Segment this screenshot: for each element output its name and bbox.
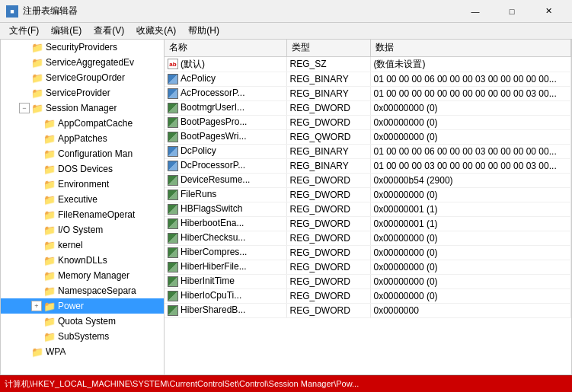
maximize-button[interactable]: □ [494, 0, 529, 23]
title-bar: ■ 注册表编辑器 — □ ✕ [0, 0, 572, 23]
cell-data: 0x00000000 (0) [370, 245, 571, 260]
no-expand [31, 331, 42, 342]
no-expand [31, 194, 42, 205]
table-row[interactable]: AcProcessorP... REG_BINARY 01 00 00 00 0… [165, 86, 571, 100]
menu-edit[interactable]: 编辑(E) [45, 23, 88, 39]
tree-item-wpa[interactable]: 📁WPA [1, 344, 164, 359]
tree-item-namespace-separ[interactable]: 📁NamespaceSepara [1, 283, 164, 298]
cell-data: 0x00000000 (0) [370, 260, 571, 274]
cell-name: ab(默认) [165, 56, 286, 72]
table-row[interactable]: DcPolicy REG_BINARY 01 00 00 00 06 00 00… [165, 144, 571, 158]
folder-icon: 📁 [43, 194, 56, 206]
table-row[interactable]: BootmgrUserI... REG_DWORD 0x00000000 (0) [165, 100, 571, 115]
cell-name: BootPagesPro... [165, 115, 286, 129]
cell-type: REG_DWORD [286, 202, 370, 216]
folder-icon: 📁 [43, 255, 56, 266]
close-button[interactable]: ✕ [531, 0, 566, 23]
tree-item-service-group-order[interactable]: 📁ServiceGroupOrder [1, 70, 164, 85]
table-row[interactable]: HiberInitTime REG_DWORD 0x00000000 (0) [165, 274, 571, 288]
table-row[interactable]: AcPolicy REG_BINARY 01 00 00 00 06 00 00… [165, 72, 571, 86]
tree-item-label: Executive [58, 194, 97, 205]
no-expand [19, 346, 30, 357]
tree-item-security-providers[interactable]: 📁SecurityProviders [1, 40, 164, 55]
tree-item-file-rename-operat[interactable]: 📁FileRenameOperat [1, 207, 164, 222]
table-row[interactable]: HiberIoCpuTi... REG_DWORD 0x00000000 (0) [165, 288, 571, 303]
folder-icon: 📁 [31, 42, 43, 53]
cell-data: 0x00000000 (0) [370, 288, 571, 303]
folder-icon: 📁 [43, 270, 56, 282]
tree-item-service-provider[interactable]: 📁ServiceProvider [1, 85, 164, 100]
no-expand [31, 285, 42, 296]
value-icon-dword [168, 175, 178, 186]
table-row[interactable]: ab(默认) REG_SZ (数值未设置) [165, 56, 571, 72]
no-expand [31, 133, 42, 144]
expand-icon[interactable]: + [31, 301, 42, 311]
table-row[interactable]: FileRuns REG_DWORD 0x00000000 (0) [165, 187, 571, 202]
tree-item-label: WPA [46, 346, 66, 357]
table-row[interactable]: BootPagesPro... REG_DWORD 0x00000000 (0) [165, 115, 571, 129]
tree-item-label: AppCompatCache [58, 118, 133, 129]
tree-item-known-dlls[interactable]: 📁KnownDLLs [1, 253, 164, 268]
tree-item-app-compat-cache[interactable]: 📁AppCompatCache [1, 116, 164, 131]
tree-item-kernel[interactable]: 📁kernel [1, 237, 164, 253]
main-content: 📁SecurityProviders📁ServiceAggregatedEv📁S… [0, 40, 572, 375]
tree-item-subsystems[interactable]: 📁SubSystems [1, 329, 164, 344]
tree-item-label: SubSystems [58, 331, 109, 342]
folder-icon: 📁 [31, 103, 43, 114]
status-bar: 计算机\HKEY_LOCAL_MACHINE\SYSTEM\CurrentCon… [0, 375, 572, 392]
value-icon-binary [168, 88, 178, 99]
expand-icon[interactable]: − [19, 103, 30, 113]
registry-table-wrapper[interactable]: 名称 类型 数据 ab(默认) REG_SZ (数值未设置) AcPolicy … [165, 40, 571, 374]
menu-file[interactable]: 文件(F) [3, 23, 45, 39]
table-row[interactable]: DcProcessorP... REG_BINARY 01 00 00 00 0… [165, 158, 571, 173]
cell-name: HiberbootEna... [165, 216, 286, 231]
tree-item-app-patches[interactable]: 📁AppPatches [1, 131, 164, 146]
cell-name: BootPagesWri... [165, 129, 286, 144]
tree-item-io-system[interactable]: 📁I/O System [1, 222, 164, 237]
tree-item-dos-devices[interactable]: 📁DOS Devices [1, 161, 164, 177]
cell-data: 0x00000000 (0) [370, 274, 571, 288]
cell-type: REG_DWORD [286, 288, 370, 303]
table-row[interactable]: HiberHiberFile... REG_DWORD 0x00000000 (… [165, 260, 571, 274]
cell-name: DeviceResume... [165, 173, 286, 187]
cell-name: HiberCompres... [165, 245, 286, 260]
menu-favorites[interactable]: 收藏夹(A) [130, 23, 182, 39]
cell-data: 0x00000000 (0) [370, 115, 571, 129]
cell-name: DcProcessorP... [165, 158, 286, 173]
folder-icon: 📁 [31, 88, 43, 99]
table-row[interactable]: BootPagesWri... REG_QWORD 0x00000000 (0) [165, 129, 571, 144]
cell-type: REG_BINARY [286, 72, 370, 86]
tree-item-memory-manager[interactable]: 📁Memory Manager [1, 268, 164, 283]
tree-item-service-aggregated[interactable]: 📁ServiceAggregatedEv [1, 55, 164, 70]
tree-item-quota-system[interactable]: 📁Quota System [1, 314, 164, 329]
tree-item-session-manager[interactable]: −📁Session Manager [1, 100, 164, 116]
tree-item-environment[interactable]: 📁Environment [1, 177, 164, 192]
tree-item-label: SecurityProviders [46, 42, 117, 53]
tree-item-power[interactable]: +📁Power [1, 298, 164, 314]
cell-data: 0x0000000 [370, 303, 571, 317]
cell-name: DcPolicy [165, 144, 286, 158]
no-expand [19, 88, 30, 98]
value-icon-dword [168, 190, 178, 200]
table-row[interactable]: HiberChecksu... REG_DWORD 0x00000000 (0) [165, 231, 571, 245]
menu-view[interactable]: 查看(V) [88, 23, 130, 39]
cell-type: REG_QWORD [286, 129, 370, 144]
tree-item-label: Configuration Man [58, 148, 133, 159]
tree-item-executive[interactable]: 📁Executive [1, 192, 164, 207]
cell-type: REG_DWORD [286, 303, 370, 317]
table-row[interactable]: DeviceResume... REG_DWORD 0x00000b54 (29… [165, 173, 571, 187]
tree-item-label: NamespaceSepara [58, 285, 136, 296]
table-row[interactable]: HiberCompres... REG_DWORD 0x00000000 (0) [165, 245, 571, 260]
registry-values-panel: 名称 类型 数据 ab(默认) REG_SZ (数值未设置) AcPolicy … [165, 40, 571, 374]
cell-name: HiberInitTime [165, 274, 286, 288]
registry-tree[interactable]: 📁SecurityProviders📁ServiceAggregatedEv📁S… [1, 40, 165, 374]
registry-table: 名称 类型 数据 ab(默认) REG_SZ (数值未设置) AcPolicy … [165, 40, 571, 318]
table-row[interactable]: HiberSharedB... REG_DWORD 0x0000000 [165, 303, 571, 317]
minimize-button[interactable]: — [458, 0, 493, 23]
cell-data: 0x00000000 (0) [370, 231, 571, 245]
table-row[interactable]: HBFlagsSwitch REG_DWORD 0x00000001 (1) [165, 202, 571, 216]
tree-item-configuration-man[interactable]: 📁Configuration Man [1, 146, 164, 161]
cell-type: REG_DWORD [286, 231, 370, 245]
menu-help[interactable]: 帮助(H) [182, 23, 225, 39]
table-row[interactable]: HiberbootEna... REG_DWORD 0x00000001 (1) [165, 216, 571, 231]
